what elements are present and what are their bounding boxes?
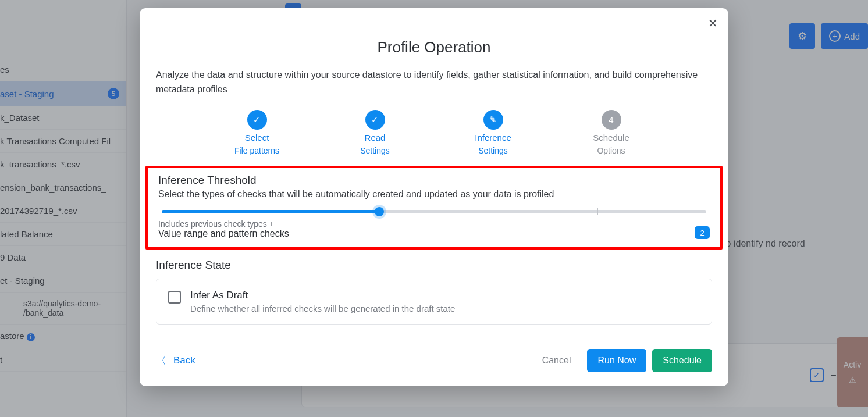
inference-threshold-section: Inference Threshold Select the types of … [145, 166, 723, 250]
step-check-icon: ✓ [365, 110, 385, 130]
slider-notch [271, 208, 271, 215]
infer-draft-checkbox[interactable] [168, 291, 181, 304]
schedule-button[interactable]: Schedule [652, 349, 712, 372]
threshold-title: Inference Threshold [158, 174, 710, 187]
step-select[interactable]: ✓ Select File patterns [198, 110, 316, 156]
threshold-badge: 2 [695, 226, 710, 239]
inference-state-title: Inference State [156, 259, 712, 272]
step-inference[interactable]: ✎ Inference Settings [434, 110, 552, 156]
infer-draft-title: Infer As Draft [190, 290, 455, 301]
slider-caption: Includes previous check types + Value ra… [158, 219, 710, 239]
modal-footer: 〈 Back Cancel Run Now Schedule [140, 349, 728, 372]
slider-notch [489, 208, 489, 215]
step-read[interactable]: ✓ Read Settings [316, 110, 434, 156]
threshold-slider[interactable] [158, 210, 710, 213]
infer-draft-desc: Define whether all inferred checks will … [190, 304, 455, 313]
wizard-stepper: ✓ Select File patterns ✓ Read Settings ✎… [140, 110, 728, 156]
close-button[interactable]: ✕ [708, 16, 718, 30]
modal-overlay: ✕ Profile Operation Analyze the data and… [0, 0, 868, 417]
step-number-icon: 4 [602, 110, 621, 130]
slider-notch [597, 208, 598, 215]
back-button[interactable]: 〈 Back [156, 354, 195, 368]
threshold-desc: Select the types of checks that will be … [158, 189, 710, 199]
cancel-button[interactable]: Cancel [532, 349, 582, 372]
inference-state-section: Inference State Infer As Draft Define wh… [140, 259, 728, 325]
step-schedule[interactable]: 4 Schedule Options [552, 110, 670, 156]
modal-title: Profile Operation [140, 38, 728, 56]
back-label: Back [173, 355, 195, 366]
caption-main: Value range and pattern checks [158, 229, 289, 239]
slider-handle[interactable] [375, 207, 384, 216]
profile-operation-modal: ✕ Profile Operation Analyze the data and… [140, 8, 728, 386]
caption-prefix: Includes previous check types + [158, 219, 274, 229]
slider-track [162, 210, 706, 213]
step-check-icon: ✓ [247, 110, 267, 130]
infer-as-draft-card[interactable]: Infer As Draft Define whether all inferr… [156, 279, 712, 325]
step-pencil-icon: ✎ [483, 110, 503, 130]
run-now-button[interactable]: Run Now [587, 349, 646, 372]
chevron-left-icon: 〈 [156, 354, 166, 368]
modal-description: Analyze the data and structure within yo… [140, 68, 728, 97]
close-icon: ✕ [708, 17, 718, 30]
